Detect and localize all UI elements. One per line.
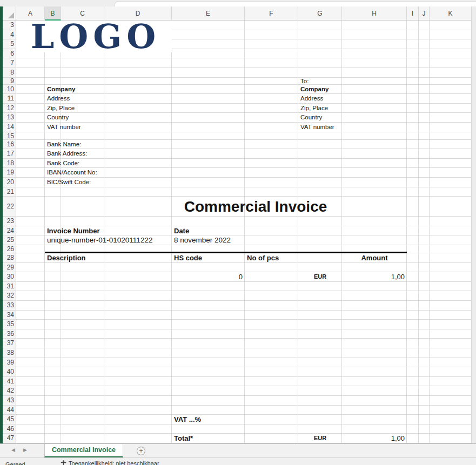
gridline-row-12 xyxy=(16,112,472,113)
cell-B28[interactable]: Description xyxy=(45,253,88,263)
sheet-tab-commercial-invoice[interactable]: Commercial Invoice xyxy=(44,444,123,457)
column-header-I[interactable]: I xyxy=(407,6,419,21)
row-header-29[interactable]: 29 xyxy=(3,263,16,273)
cell-G9[interactable]: To: xyxy=(298,78,311,85)
add-sheet-button[interactable]: + xyxy=(137,447,145,455)
cell-F28[interactable]: No of pcs xyxy=(245,253,281,263)
cell-B20[interactable]: BIC/Swift Code: xyxy=(45,178,93,187)
row-header-24[interactable]: 24 xyxy=(3,226,16,236)
row-header-22[interactable]: 22 xyxy=(3,197,16,217)
cell-B11[interactable]: Address xyxy=(45,94,72,104)
cell-G12[interactable]: Zip, Place xyxy=(298,104,330,113)
row-header-28[interactable]: 28 xyxy=(3,253,16,263)
cell-E28[interactable]: HS code xyxy=(172,253,204,263)
row-header-21[interactable]: 21 xyxy=(3,187,16,197)
select-all-button[interactable] xyxy=(3,6,16,21)
cell-G47[interactable]: EUR xyxy=(298,434,342,443)
spreadsheet-grid[interactable]: LOGOCompanyAddressZip, PlaceCountryVAT n… xyxy=(16,21,472,443)
row-header-38[interactable]: 38 xyxy=(3,348,16,358)
formula-bar-input[interactable] xyxy=(115,1,476,6)
cell-E30[interactable]: 0 xyxy=(172,272,245,282)
row-header-14[interactable]: 14 xyxy=(3,123,16,132)
row-header-43[interactable]: 43 xyxy=(3,396,16,406)
column-header-K[interactable]: K xyxy=(430,6,472,21)
accessibility-status[interactable]: Toegankelijkheid: niet beschikbaar xyxy=(61,460,159,465)
row-header-20[interactable]: 20 xyxy=(3,178,16,187)
row-header-17[interactable]: 17 xyxy=(3,149,16,159)
row-header-42[interactable]: 42 xyxy=(3,386,16,396)
row-header-30[interactable]: 30 xyxy=(3,272,16,282)
row-header-44[interactable]: 44 xyxy=(3,406,16,415)
column-header-J[interactable]: J xyxy=(419,6,430,21)
row-header-26[interactable]: 26 xyxy=(3,245,16,253)
row-header-4[interactable]: 4 xyxy=(3,30,16,40)
cell-H28[interactable]: Amount xyxy=(342,253,407,263)
company-logo-image[interactable]: LOGO xyxy=(16,21,172,52)
row-header-15[interactable]: 15 xyxy=(3,132,16,140)
row-header-10[interactable]: 10 xyxy=(3,85,16,95)
cell-D22[interactable]: Commercial Invoice xyxy=(104,197,407,217)
sheet-nav-left-icon[interactable]: ◀ xyxy=(11,447,15,453)
row-header-3[interactable]: 3 xyxy=(3,21,16,30)
row-header-8[interactable]: 8 xyxy=(3,68,16,78)
cell-B19[interactable]: IBAN/Account No: xyxy=(45,168,99,178)
row-header-18[interactable]: 18 xyxy=(3,159,16,169)
column-header-E[interactable]: E xyxy=(172,6,245,21)
row-header-19[interactable]: 19 xyxy=(3,168,16,178)
gridline-row-35 xyxy=(16,329,472,329)
row-header-36[interactable]: 36 xyxy=(3,329,16,339)
cell-E24[interactable]: Date xyxy=(172,226,191,236)
column-header-G[interactable]: G xyxy=(298,6,342,21)
row-header-31[interactable]: 31 xyxy=(3,282,16,292)
gridline-row-41 xyxy=(16,386,472,386)
row-header-6[interactable]: 6 xyxy=(3,49,16,59)
cell-H47[interactable]: 1,00 xyxy=(342,434,407,443)
cell-B17[interactable]: Bank Address: xyxy=(45,149,89,159)
gridline-row-13 xyxy=(16,122,472,123)
cell-B14[interactable]: VAT number xyxy=(45,123,83,132)
cell-B25[interactable]: unique-number-01-01020111222 xyxy=(45,235,155,245)
row-header-12[interactable]: 12 xyxy=(3,104,16,113)
cell-E45[interactable]: VAT ...% xyxy=(172,415,203,424)
row-header-41[interactable]: 41 xyxy=(3,377,16,387)
row-header-39[interactable]: 39 xyxy=(3,358,16,368)
cell-B16[interactable]: Bank Name: xyxy=(45,140,83,150)
gridline-row-45 xyxy=(16,424,472,424)
sheet-nav-right-icon[interactable]: ▶ xyxy=(23,447,27,453)
row-header-33[interactable]: 33 xyxy=(3,301,16,311)
row-header-46[interactable]: 46 xyxy=(3,424,16,434)
cell-E47[interactable]: Total* xyxy=(172,434,195,443)
row-header-32[interactable]: 32 xyxy=(3,291,16,301)
column-header-H[interactable]: H xyxy=(342,6,407,21)
row-header-35[interactable]: 35 xyxy=(3,320,16,329)
row-header-13[interactable]: 13 xyxy=(3,113,16,123)
row-header-47[interactable]: 47 xyxy=(3,434,16,443)
cell-G11[interactable]: Address xyxy=(298,94,325,104)
row-header-25[interactable]: 25 xyxy=(3,235,16,245)
row-header-11[interactable]: 11 xyxy=(3,94,16,104)
cell-B24[interactable]: Invoice Number xyxy=(45,226,102,236)
cell-B18[interactable]: Bank Code: xyxy=(45,159,82,169)
row-header-7[interactable]: 7 xyxy=(3,58,16,68)
cell-E25[interactable]: 8 november 2022 xyxy=(172,235,233,245)
row-header-40[interactable]: 40 xyxy=(3,367,16,377)
row-header-16[interactable]: 16 xyxy=(3,140,16,150)
row-header-23[interactable]: 23 xyxy=(3,217,16,226)
cell-G14[interactable]: VAT number xyxy=(298,123,337,132)
cell-B12[interactable]: Zip, Place xyxy=(45,104,77,113)
cell-B10[interactable]: Company xyxy=(45,85,77,95)
cell-B13[interactable]: Country xyxy=(45,113,71,123)
row-header-45[interactable]: 45 xyxy=(3,415,16,424)
gridline-row-14 xyxy=(16,132,472,132)
cell-G30[interactable]: EUR xyxy=(298,272,342,282)
cell-H30[interactable]: 1,00 xyxy=(342,272,407,282)
row-header-34[interactable]: 34 xyxy=(3,311,16,320)
status-bar: Gereed Toegankelijkheid: niet beschikbaa… xyxy=(0,457,476,465)
row-header-5[interactable]: 5 xyxy=(3,39,16,49)
column-header-F[interactable]: F xyxy=(245,6,298,21)
cell-G10[interactable]: Company xyxy=(298,85,331,95)
row-header-37[interactable]: 37 xyxy=(3,339,16,348)
row-headers: 3456789101112131415161718192021222324252… xyxy=(3,21,16,443)
cell-G13[interactable]: Country xyxy=(298,113,324,123)
row-header-9[interactable]: 9 xyxy=(3,78,16,85)
